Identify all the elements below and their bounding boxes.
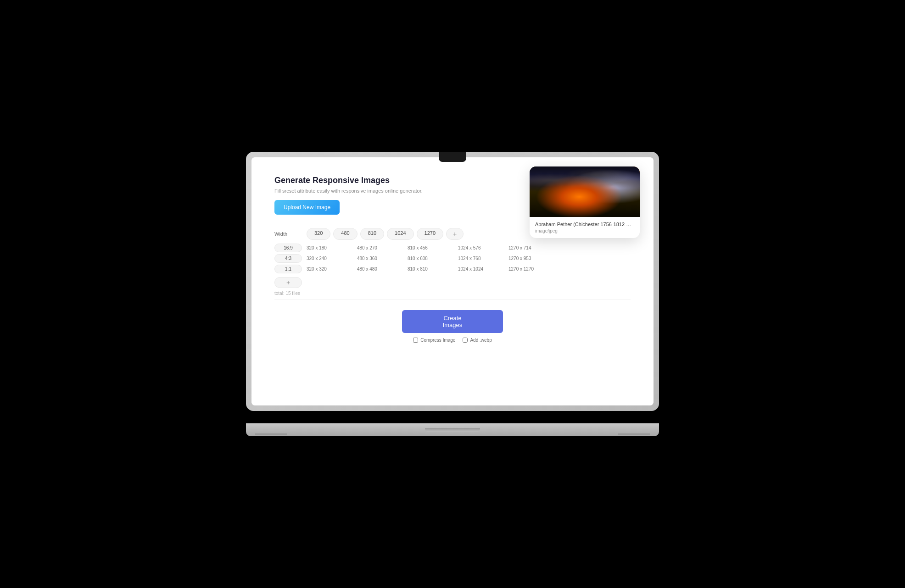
laptop-mockup: Generate Responsive Images Fill srcset a… xyxy=(246,152,659,436)
row-43-cells: 320 x 240 480 x 360 810 x 608 1024 x 768… xyxy=(307,256,631,261)
table-row: 4:3 320 x 240 480 x 360 810 x 608 1024 x… xyxy=(274,254,631,263)
image-clouds-layer xyxy=(530,169,640,192)
ratio-chip-11[interactable]: 1:1 xyxy=(274,265,302,273)
width-chip-320[interactable]: 320 xyxy=(307,228,330,240)
cell-1270-11: 1270 x 1270 xyxy=(508,266,559,272)
compress-image-label: Compress Image xyxy=(420,338,455,343)
laptop-base xyxy=(246,423,659,436)
row-169-cells: 320 x 180 480 x 270 810 x 456 1024 x 576… xyxy=(307,245,631,250)
total-files-label: total: 15 files xyxy=(274,291,631,296)
cell-1270-43: 1270 x 953 xyxy=(508,256,559,261)
cell-320-43: 320 x 240 xyxy=(307,256,357,261)
laptop-screen: Generate Responsive Images Fill srcset a… xyxy=(251,157,654,405)
add-webp-checkbox[interactable] xyxy=(463,338,468,343)
table-data-rows: 16:9 320 x 180 480 x 270 810 x 456 1024 … xyxy=(274,244,631,288)
width-chip-810[interactable]: 810 xyxy=(360,228,384,240)
cell-480-11: 480 x 480 xyxy=(357,266,408,272)
cell-480-169: 480 x 270 xyxy=(357,245,408,250)
width-chip-480[interactable]: 480 xyxy=(333,228,357,240)
cell-1270-169: 1270 x 714 xyxy=(508,245,559,250)
table-row: 1:1 320 x 320 480 x 480 810 x 810 1024 x… xyxy=(274,265,631,273)
cell-1024-169: 1024 x 576 xyxy=(458,245,508,250)
laptop-hinge xyxy=(425,428,480,432)
ratio-chip-169[interactable]: 16:9 xyxy=(274,244,302,252)
image-name: Abraham Pether (Chichester 1756-1812 Sou… xyxy=(535,222,634,227)
cell-1024-43: 1024 x 768 xyxy=(458,256,508,261)
image-type: image/jpeg xyxy=(535,228,634,233)
create-section: Create Images Compress Image Add .webp xyxy=(274,310,631,343)
cell-810-169: 810 x 456 xyxy=(408,245,458,250)
width-chip-1270[interactable]: 1270 xyxy=(417,228,443,240)
laptop-notch xyxy=(439,152,466,162)
image-card: Abraham Pether (Chichester 1756-1812 Sou… xyxy=(530,166,640,238)
add-ratio-button[interactable]: + xyxy=(274,277,302,288)
add-webp-label: Add .webp xyxy=(470,338,492,343)
add-webp-option[interactable]: Add .webp xyxy=(463,338,492,343)
cell-810-11: 810 x 810 xyxy=(408,266,458,272)
cell-320-169: 320 x 180 xyxy=(307,245,357,250)
width-column-label: Width xyxy=(274,231,307,237)
cell-810-43: 810 x 608 xyxy=(408,256,458,261)
create-images-button[interactable]: Create Images xyxy=(402,310,503,333)
compress-image-checkbox[interactable] xyxy=(413,338,418,343)
cell-1024-11: 1024 x 1024 xyxy=(458,266,508,272)
laptop-feet xyxy=(255,433,650,435)
options-checkboxes: Compress Image Add .webp xyxy=(413,338,492,343)
image-thumbnail xyxy=(530,166,640,217)
width-chip-1024[interactable]: 1024 xyxy=(387,228,413,240)
cell-320-11: 320 x 320 xyxy=(307,266,357,272)
screen-content: Generate Responsive Images Fill srcset a… xyxy=(251,157,654,405)
table-row: 16:9 320 x 180 480 x 270 810 x 456 1024 … xyxy=(274,244,631,252)
upload-button[interactable]: Upload New Image xyxy=(274,200,340,215)
compress-image-option[interactable]: Compress Image xyxy=(413,338,455,343)
ratio-chip-43[interactable]: 4:3 xyxy=(274,254,302,263)
image-card-info: Abraham Pether (Chichester 1756-1812 Sou… xyxy=(530,217,640,238)
cell-480-43: 480 x 360 xyxy=(357,256,408,261)
laptop-body: Generate Responsive Images Fill srcset a… xyxy=(246,152,659,411)
add-width-button[interactable]: + xyxy=(446,228,464,240)
row-11-cells: 320 x 320 480 x 480 810 x 810 1024 x 102… xyxy=(307,266,631,272)
